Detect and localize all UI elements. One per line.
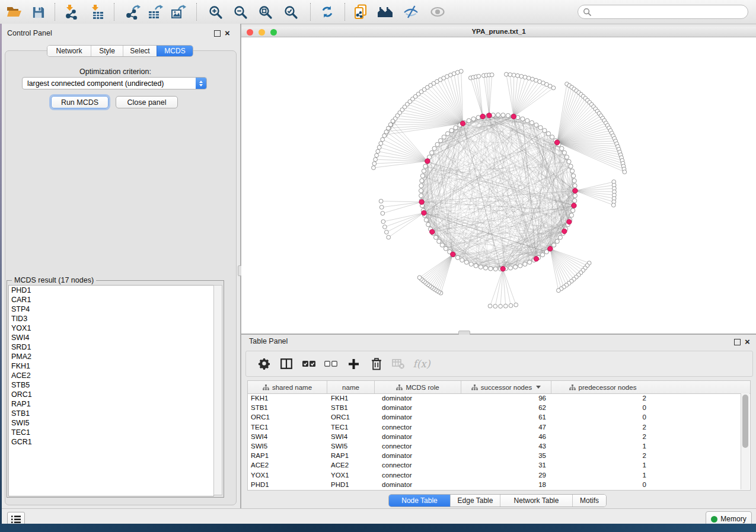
hierarchy-icon [396, 384, 403, 390]
refresh-layout-icon[interactable] [317, 2, 337, 21]
tab-edge-table[interactable]: Edge Table [450, 495, 500, 507]
table-cell: 0 [551, 414, 654, 421]
delete-column-icon[interactable] [367, 354, 386, 373]
float-panel-icon[interactable] [214, 30, 221, 37]
column-header-successor-nodes[interactable]: successor nodes [461, 381, 551, 393]
mcds-result-item[interactable]: PMA2 [9, 352, 213, 361]
save-session-icon[interactable] [28, 2, 48, 21]
mcds-result-item[interactable]: YOX1 [9, 323, 213, 333]
mcds-result-item[interactable]: STP4 [9, 305, 213, 314]
column-header-shared-name[interactable]: shared name [248, 381, 327, 393]
deselect-all-checkboxes-icon[interactable] [321, 354, 340, 373]
mcds-result-item[interactable]: SRD1 [9, 342, 213, 352]
table-row[interactable]: ACE2ACE2connector311 [248, 460, 742, 470]
table-cell: dominator [375, 481, 461, 488]
mcds-result-item[interactable]: STB5 [9, 380, 213, 390]
column-header-predecessor-nodes[interactable]: predecessor nodes [551, 381, 654, 393]
tab-network[interactable]: Network [47, 46, 91, 56]
mcds-result-item[interactable]: TEC1 [9, 428, 213, 437]
mcds-result-item[interactable]: CAR1 [9, 295, 213, 305]
select-all-checkboxes-icon[interactable] [299, 354, 318, 373]
table-cell: connector [375, 424, 461, 431]
export-image-icon[interactable] [168, 2, 188, 21]
import-table-icon[interactable] [87, 2, 107, 21]
close-panel-button[interactable]: Close panel [116, 96, 178, 108]
export-table-icon[interactable] [145, 2, 165, 21]
mcds-result-item[interactable]: ACE2 [9, 371, 213, 380]
table-cell: 31 [461, 462, 551, 469]
search-field[interactable] [578, 5, 748, 19]
run-mcds-button[interactable]: Run MCDS [51, 96, 109, 108]
criterion-dropdown[interactable]: largest connected component (undirected) [22, 77, 207, 89]
mcds-result-item[interactable]: SWI5 [9, 418, 213, 428]
table-scrollbar-thumb[interactable] [742, 395, 748, 448]
column-header-name[interactable]: name [327, 381, 375, 393]
networks-home-icon[interactable] [375, 2, 395, 21]
table-row[interactable]: YOX1YOX1connector291 [248, 470, 742, 480]
table-header: shared name name MCDS role successor nod… [248, 381, 750, 394]
gear-icon[interactable] [255, 354, 274, 373]
tab-style[interactable]: Style [91, 46, 123, 56]
table-row[interactable]: ORC1ORC1dominator610 [248, 412, 742, 422]
search-input[interactable] [592, 7, 748, 17]
tab-select[interactable]: Select [123, 46, 157, 56]
table-cell: 35 [461, 452, 551, 459]
mcds-result-item[interactable]: GCR1 [9, 437, 213, 447]
table-row[interactable]: PHD1PHD1dominator180 [248, 480, 742, 489]
table-cell: SWI4 [248, 433, 327, 440]
hide-selected-icon[interactable] [401, 2, 421, 21]
mcds-result-item[interactable]: STB1 [9, 409, 213, 418]
control-panel: Control Panel × Network Style Select MCD… [0, 24, 240, 508]
tab-mcds[interactable]: MCDS [157, 46, 193, 56]
table-row[interactable]: SWI4SWI4dominator462 [248, 432, 742, 441]
control-panel-tabs: Network Style Select MCDS [47, 45, 193, 57]
mcds-result-item[interactable]: SWI4 [9, 333, 213, 342]
duplicate-network-icon[interactable] [350, 2, 371, 21]
tab-node-table[interactable]: Node Table [389, 495, 450, 507]
main-toolbar [0, 0, 756, 24]
network-title: YPA_prune.txt_1 [241, 28, 756, 35]
close-panel-icon[interactable]: × [225, 30, 230, 36]
mcds-result-item[interactable]: PHD1 [9, 286, 213, 295]
table-cell: 2 [551, 433, 654, 440]
toolbar-separator [310, 3, 311, 21]
table-cell: connector [375, 472, 461, 479]
desktop-wallpaper [0, 524, 756, 532]
mcds-result-item[interactable]: FKH1 [9, 361, 213, 371]
table-cell: TEC1 [248, 424, 327, 431]
import-network-icon[interactable] [61, 2, 81, 21]
zoom-out-icon[interactable] [230, 2, 250, 21]
list-icon [10, 515, 22, 524]
split-columns-icon[interactable] [277, 354, 296, 373]
table-cell: dominator [375, 414, 461, 421]
table-row[interactable]: SWI5SWI5connector431 [248, 441, 742, 451]
network-canvas[interactable] [241, 37, 756, 334]
float-panel-icon[interactable] [734, 339, 741, 345]
table-row[interactable]: TEC1TEC1connector472 [248, 422, 742, 432]
table-row[interactable]: RAP1RAP1dominator352 [248, 451, 742, 460]
open-folder-icon[interactable] [4, 2, 24, 21]
column-header-mcds-role[interactable]: MCDS role [375, 381, 461, 393]
mcds-result-item[interactable]: TID3 [9, 314, 213, 323]
table-row[interactable]: FKH1FKH1dominator962 [248, 393, 742, 403]
tab-network-table[interactable]: Network Table [500, 495, 572, 507]
mcds-result-list[interactable]: PHD1CAR1STP4TID3YOX1SWI4SRD1PMA2FKH1ACE2… [8, 285, 214, 496]
table-row[interactable]: STB1STB1dominator620 [248, 403, 742, 412]
mcds-result-item[interactable]: RAP1 [9, 399, 213, 409]
table-cell: 29 [461, 472, 551, 479]
close-panel-icon[interactable]: × [745, 339, 750, 345]
show-hidden-icon [428, 2, 448, 21]
table-scrollbar[interactable] [741, 393, 749, 489]
zoom-selected-icon[interactable] [280, 2, 301, 21]
status-bar: Memory [0, 508, 756, 524]
add-column-icon[interactable] [344, 354, 363, 373]
tab-motifs[interactable]: Motifs [572, 495, 606, 507]
table-cell: 2 [551, 452, 654, 459]
zoom-fit-icon[interactable] [255, 2, 275, 21]
zoom-in-icon[interactable] [205, 2, 225, 21]
network-graph[interactable] [241, 37, 756, 334]
mcds-list-scrollbar[interactable] [213, 285, 222, 495]
table-cell: 62 [461, 404, 551, 411]
mcds-result-item[interactable]: ORC1 [9, 390, 213, 399]
export-network-icon[interactable] [122, 2, 142, 21]
